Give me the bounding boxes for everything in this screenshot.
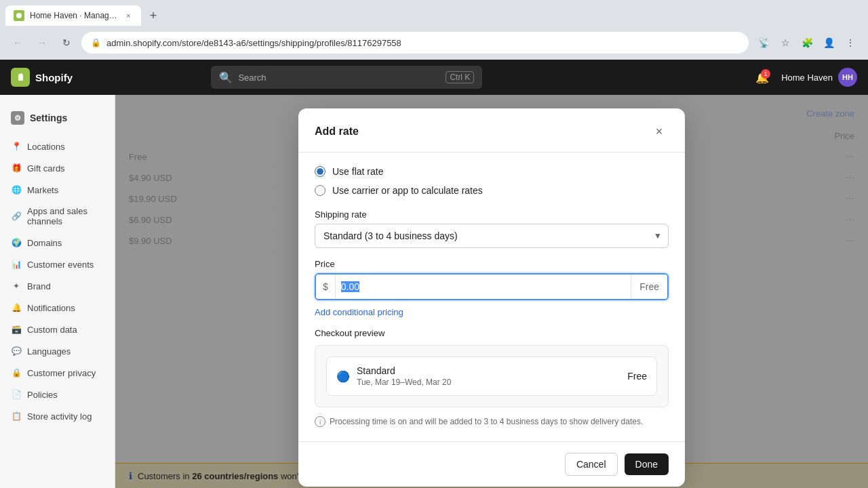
sidebar-item-domains[interactable]: 🌍 Domains: [0, 232, 115, 253]
sidebar-item-custom-data[interactable]: 🗃️ Custom data: [0, 319, 115, 340]
sidebar-item-locations[interactable]: 📍 Locations: [0, 136, 115, 157]
sidebar-item-apps-channels[interactable]: 🔗 Apps and sales channels: [0, 201, 115, 232]
cancel-button[interactable]: Cancel: [565, 453, 618, 476]
tab-close-button[interactable]: ×: [124, 10, 133, 21]
sidebar-item-store-activity-log[interactable]: 📋 Store activity log: [0, 405, 115, 427]
checkout-option-info: Standard Tue, Mar 19–Wed, Mar 20: [357, 365, 620, 387]
sidebar-item-brand[interactable]: ✦ Brand: [0, 275, 115, 297]
modal-title: Add rate: [315, 125, 359, 138]
shipping-rate-select[interactable]: Standard (3 to 4 business days) Express …: [315, 224, 669, 248]
checkout-preview-box: 🔵 Standard Tue, Mar 19–Wed, Mar 20 Free: [315, 345, 669, 407]
shopify-header: Shopify 🔍 Ctrl K 🔔 1 Home Haven HH: [0, 60, 868, 95]
address-bar[interactable]: 🔒 admin.shopify.com/store/de8143-a6/sett…: [81, 32, 749, 54]
checkout-option-name: Standard: [357, 365, 620, 376]
extensions-icon[interactable]: 🧩: [797, 33, 816, 52]
search-input[interactable]: [238, 73, 440, 83]
checkout-option-radio-icon: 🔵: [336, 370, 350, 383]
notifications-nav-icon: 🔔: [11, 302, 22, 313]
search-shortcut: Ctrl K: [446, 71, 474, 83]
refresh-button[interactable]: ↻: [57, 33, 76, 52]
sidebar-item-notifications[interactable]: 🔔 Notifications: [0, 297, 115, 319]
customer-events-icon: 📊: [11, 259, 22, 270]
flat-rate-option[interactable]: Use flat rate: [315, 166, 669, 177]
checkout-preview-option: 🔵 Standard Tue, Mar 19–Wed, Mar 20 Free: [326, 357, 657, 396]
price-input-wrapper: $ Free: [315, 273, 669, 300]
sidebar-item-label-languages: Languages: [27, 346, 71, 357]
add-conditional-pricing-link[interactable]: Add conditional pricing: [315, 307, 403, 317]
price-group: Price $ Free: [315, 259, 669, 300]
account-menu[interactable]: Home Haven HH: [781, 68, 857, 87]
sidebar-item-label-notifications: Notifications: [27, 303, 75, 313]
shipping-rate-group: Shipping rate Standard (3 to 4 business …: [315, 209, 669, 248]
rate-type-radio-group: Use flat rate Use carrier or app to calc…: [315, 166, 669, 196]
store-activity-log-icon: 📋: [11, 411, 22, 422]
customer-privacy-icon: 🔒: [11, 367, 22, 378]
sidebar-item-languages[interactable]: 💬 Languages: [0, 340, 115, 362]
apps-channels-icon: 🔗: [11, 211, 22, 222]
search-icon: 🔍: [219, 71, 233, 84]
price-free-badge: Free: [631, 274, 667, 299]
checkout-option-price: Free: [627, 371, 647, 382]
sidebar-header: ⚙ Settings: [0, 106, 115, 130]
new-tab-button[interactable]: +: [144, 6, 163, 25]
shipping-rate-label: Shipping rate: [315, 209, 669, 220]
url-text: admin.shopify.com/store/de8143-a6/settin…: [106, 38, 401, 48]
sidebar-settings-label: Settings: [30, 113, 67, 123]
sidebar: ⚙ Settings 📍 Locations 🎁 Gift cards 🌐 Ma…: [0, 95, 115, 488]
carrier-rate-label: Use carrier or app to calculate rates: [332, 185, 483, 196]
policies-icon: 📄: [11, 389, 22, 400]
modal-header: Add rate ×: [298, 108, 685, 152]
shipping-rate-select-wrapper: Standard (3 to 4 business days) Express …: [315, 224, 669, 248]
cast-icon[interactable]: 📡: [754, 33, 773, 52]
tab-favicon: [14, 10, 24, 21]
sidebar-item-label-brand: Brand: [27, 281, 51, 291]
sidebar-item-label-apps-channels: Apps and sales channels: [27, 206, 104, 226]
custom-data-icon: 🗃️: [11, 324, 22, 335]
gift-cards-icon: 🎁: [11, 163, 22, 174]
checkout-option-date: Tue, Mar 19–Wed, Mar 20: [357, 378, 620, 387]
sidebar-item-policies[interactable]: 📄 Policies: [0, 384, 115, 405]
browser-tab[interactable]: Home Haven · Manage profile ×: [5, 5, 141, 26]
sidebar-item-label-store-activity-log: Store activity log: [27, 411, 92, 422]
processing-note-text: Processing time is on and will be added …: [330, 415, 643, 428]
sidebar-item-label-locations: Locations: [27, 142, 65, 152]
shopify-logo-icon: [11, 68, 30, 87]
menu-icon[interactable]: ⋮: [841, 33, 860, 52]
carrier-rate-option[interactable]: Use carrier or app to calculate rates: [315, 185, 669, 196]
sidebar-item-markets[interactable]: 🌐 Markets: [0, 179, 115, 201]
carrier-rate-radio[interactable]: [315, 185, 326, 196]
sidebar-item-label-markets: Markets: [27, 185, 58, 195]
done-button[interactable]: Done: [625, 453, 669, 475]
add-rate-modal: Add rate × Use flat rate Use carrier or …: [298, 108, 685, 487]
sidebar-item-customer-events[interactable]: 📊 Customer events: [0, 253, 115, 275]
processing-note: i Processing time is on and will be adde…: [315, 415, 669, 428]
price-label: Price: [315, 259, 669, 269]
flat-rate-radio[interactable]: [315, 166, 326, 177]
account-name: Home Haven: [781, 73, 833, 83]
sidebar-item-label-domains: Domains: [27, 238, 62, 248]
sidebar-item-label-customer-events: Customer events: [27, 260, 94, 270]
brand-icon: ✦: [11, 281, 22, 291]
notifications-button[interactable]: 🔔 1: [751, 66, 773, 88]
markets-icon: 🌐: [11, 184, 22, 195]
locations-icon: 📍: [11, 141, 22, 152]
sidebar-item-label-policies: Policies: [27, 390, 58, 400]
modal-close-button[interactable]: ×: [650, 122, 669, 141]
flat-rate-label: Use flat rate: [332, 166, 383, 177]
sidebar-item-customer-privacy[interactable]: 🔒 Customer privacy: [0, 362, 115, 384]
forward-button[interactable]: →: [33, 33, 52, 52]
checkout-preview-section: Checkout preview 🔵 Standard Tue, Mar 19–…: [315, 328, 669, 428]
settings-icon: ⚙: [11, 111, 24, 125]
profile-icon[interactable]: 👤: [819, 33, 838, 52]
shopify-logo-text: Shopify: [35, 72, 73, 83]
price-input[interactable]: [336, 274, 631, 299]
notification-badge: 1: [761, 69, 770, 79]
header-search[interactable]: 🔍 Ctrl K: [211, 66, 482, 89]
tab-title: Home Haven · Manage profile: [30, 11, 119, 20]
shopify-logo: Shopify: [11, 68, 73, 87]
sidebar-item-gift-cards[interactable]: 🎁 Gift cards: [0, 157, 115, 179]
languages-icon: 💬: [11, 346, 22, 357]
back-button[interactable]: ←: [8, 33, 27, 52]
account-avatar: HH: [838, 68, 857, 87]
star-icon[interactable]: ☆: [776, 33, 795, 52]
